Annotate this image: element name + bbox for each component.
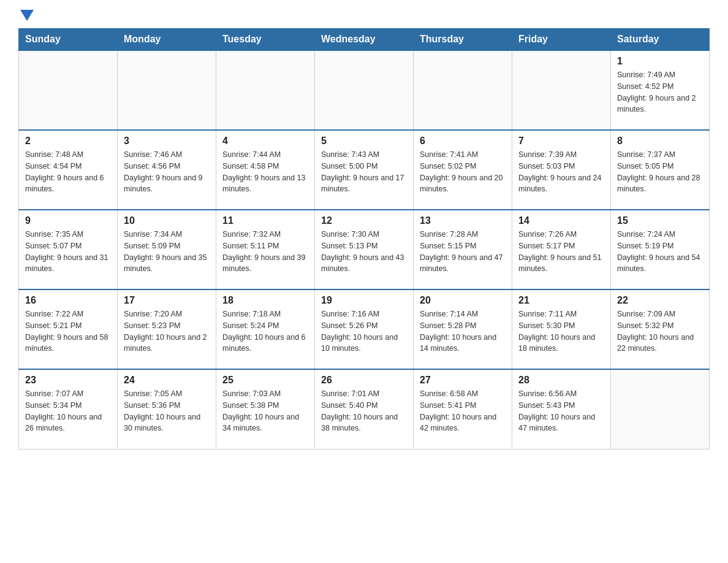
day-info: Sunrise: 7:48 AMSunset: 4:54 PMDaylight:… (25, 149, 111, 195)
calendar-week-row: 1Sunrise: 7:49 AMSunset: 4:52 PMDaylight… (19, 50, 710, 130)
calendar-cell (611, 369, 710, 449)
day-number: 22 (617, 295, 703, 306)
day-number: 16 (25, 295, 111, 306)
calendar-cell: 17Sunrise: 7:20 AMSunset: 5:23 PMDayligh… (118, 289, 216, 369)
calendar-cell (118, 50, 216, 130)
calendar-cell: 19Sunrise: 7:16 AMSunset: 5:26 PMDayligh… (315, 289, 414, 369)
day-info: Sunrise: 7:41 AMSunset: 5:02 PMDaylight:… (420, 149, 506, 195)
calendar-week-row: 16Sunrise: 7:22 AMSunset: 5:21 PMDayligh… (19, 289, 710, 369)
day-info: Sunrise: 7:26 AMSunset: 5:17 PMDaylight:… (518, 229, 604, 275)
calendar-cell: 11Sunrise: 7:32 AMSunset: 5:11 PMDayligh… (216, 210, 315, 289)
calendar-week-row: 23Sunrise: 7:07 AMSunset: 5:34 PMDayligh… (19, 369, 710, 449)
day-number: 15 (617, 215, 703, 226)
day-info: Sunrise: 7:16 AMSunset: 5:26 PMDaylight:… (321, 308, 407, 354)
day-info: Sunrise: 7:37 AMSunset: 5:05 PMDaylight:… (617, 149, 703, 195)
calendar-cell: 16Sunrise: 7:22 AMSunset: 5:21 PMDayligh… (19, 289, 118, 369)
calendar-table: SundayMondayTuesdayWednesdayThursdayFrid… (18, 28, 710, 450)
day-info: Sunrise: 7:24 AMSunset: 5:19 PMDaylight:… (617, 229, 703, 275)
day-number: 21 (518, 295, 604, 306)
calendar-week-row: 2Sunrise: 7:48 AMSunset: 4:54 PMDaylight… (19, 130, 710, 210)
calendar-cell: 13Sunrise: 7:28 AMSunset: 5:15 PMDayligh… (414, 210, 512, 289)
calendar-cell: 24Sunrise: 7:05 AMSunset: 5:36 PMDayligh… (118, 369, 216, 449)
day-number: 9 (25, 215, 111, 226)
day-info: Sunrise: 7:22 AMSunset: 5:21 PMDaylight:… (25, 308, 111, 354)
day-number: 23 (25, 375, 111, 386)
day-number: 18 (222, 295, 308, 306)
calendar-cell: 22Sunrise: 7:09 AMSunset: 5:32 PMDayligh… (611, 289, 710, 369)
svg-marker-0 (20, 10, 34, 21)
day-info: Sunrise: 7:43 AMSunset: 5:00 PMDaylight:… (321, 149, 407, 195)
day-info: Sunrise: 7:14 AMSunset: 5:28 PMDaylight:… (420, 308, 506, 354)
day-number: 7 (518, 136, 604, 147)
day-number: 8 (617, 136, 703, 147)
day-number: 14 (518, 215, 604, 226)
day-info: Sunrise: 7:28 AMSunset: 5:15 PMDaylight:… (420, 229, 506, 275)
calendar-cell: 5Sunrise: 7:43 AMSunset: 5:00 PMDaylight… (315, 130, 414, 210)
day-info: Sunrise: 7:39 AMSunset: 5:03 PMDaylight:… (518, 149, 604, 195)
day-of-week-friday: Friday (512, 29, 611, 51)
day-number: 6 (420, 136, 506, 147)
day-number: 17 (124, 295, 210, 306)
day-number: 27 (420, 375, 506, 386)
calendar-cell: 15Sunrise: 7:24 AMSunset: 5:19 PMDayligh… (611, 210, 710, 289)
calendar-cell: 2Sunrise: 7:48 AMSunset: 4:54 PMDaylight… (19, 130, 118, 210)
calendar-cell: 9Sunrise: 7:35 AMSunset: 5:07 PMDaylight… (19, 210, 118, 289)
day-info: Sunrise: 7:35 AMSunset: 5:07 PMDaylight:… (25, 229, 111, 275)
day-number: 25 (222, 375, 308, 386)
day-number: 20 (420, 295, 506, 306)
day-info: Sunrise: 7:18 AMSunset: 5:24 PMDaylight:… (222, 308, 308, 354)
day-number: 10 (124, 215, 210, 226)
day-info: Sunrise: 6:58 AMSunset: 5:41 PMDaylight:… (420, 388, 506, 434)
page-header (18, 12, 710, 22)
day-info: Sunrise: 7:49 AMSunset: 4:52 PMDaylight:… (617, 69, 703, 115)
calendar-cell: 25Sunrise: 7:03 AMSunset: 5:38 PMDayligh… (216, 369, 315, 449)
day-info: Sunrise: 7:32 AMSunset: 5:11 PMDaylight:… (222, 229, 308, 275)
day-number: 3 (124, 136, 210, 147)
day-info: Sunrise: 7:46 AMSunset: 4:56 PMDaylight:… (124, 149, 210, 195)
day-number: 13 (420, 215, 506, 226)
calendar-cell (19, 50, 118, 130)
calendar-header-row: SundayMondayTuesdayWednesdayThursdayFrid… (19, 29, 710, 51)
day-number: 1 (617, 56, 703, 67)
calendar-cell (216, 50, 315, 130)
day-info: Sunrise: 7:07 AMSunset: 5:34 PMDaylight:… (25, 388, 111, 434)
calendar-cell: 12Sunrise: 7:30 AMSunset: 5:13 PMDayligh… (315, 210, 414, 289)
calendar-cell: 20Sunrise: 7:14 AMSunset: 5:28 PMDayligh… (414, 289, 512, 369)
calendar-week-row: 9Sunrise: 7:35 AMSunset: 5:07 PMDaylight… (19, 210, 710, 289)
day-number: 4 (222, 136, 308, 147)
day-number: 28 (518, 375, 604, 386)
day-number: 26 (321, 375, 407, 386)
logo-arrow-icon (20, 10, 34, 22)
day-number: 5 (321, 136, 407, 147)
day-of-week-wednesday: Wednesday (315, 29, 414, 51)
calendar-cell: 23Sunrise: 7:07 AMSunset: 5:34 PMDayligh… (19, 369, 118, 449)
calendar-cell: 28Sunrise: 6:56 AMSunset: 5:43 PMDayligh… (512, 369, 611, 449)
calendar-cell (414, 50, 512, 130)
day-info: Sunrise: 7:01 AMSunset: 5:40 PMDaylight:… (321, 388, 407, 434)
day-info: Sunrise: 6:56 AMSunset: 5:43 PMDaylight:… (518, 388, 604, 434)
day-number: 19 (321, 295, 407, 306)
day-info: Sunrise: 7:11 AMSunset: 5:30 PMDaylight:… (518, 308, 604, 354)
calendar-cell: 6Sunrise: 7:41 AMSunset: 5:02 PMDaylight… (414, 130, 512, 210)
day-of-week-sunday: Sunday (19, 29, 118, 51)
day-number: 2 (25, 136, 111, 147)
day-of-week-thursday: Thursday (414, 29, 512, 51)
day-info: Sunrise: 7:30 AMSunset: 5:13 PMDaylight:… (321, 229, 407, 275)
day-info: Sunrise: 7:05 AMSunset: 5:36 PMDaylight:… (124, 388, 210, 434)
logo (18, 12, 34, 22)
calendar-cell (512, 50, 611, 130)
calendar-cell: 18Sunrise: 7:18 AMSunset: 5:24 PMDayligh… (216, 289, 315, 369)
calendar-cell: 4Sunrise: 7:44 AMSunset: 4:58 PMDaylight… (216, 130, 315, 210)
day-info: Sunrise: 7:44 AMSunset: 4:58 PMDaylight:… (222, 149, 308, 195)
day-of-week-tuesday: Tuesday (216, 29, 315, 51)
calendar-cell: 10Sunrise: 7:34 AMSunset: 5:09 PMDayligh… (118, 210, 216, 289)
day-info: Sunrise: 7:20 AMSunset: 5:23 PMDaylight:… (124, 308, 210, 354)
calendar-cell: 14Sunrise: 7:26 AMSunset: 5:17 PMDayligh… (512, 210, 611, 289)
day-info: Sunrise: 7:09 AMSunset: 5:32 PMDaylight:… (617, 308, 703, 354)
day-number: 11 (222, 215, 308, 226)
day-of-week-saturday: Saturday (611, 29, 710, 51)
calendar-cell: 8Sunrise: 7:37 AMSunset: 5:05 PMDaylight… (611, 130, 710, 210)
calendar-cell: 26Sunrise: 7:01 AMSunset: 5:40 PMDayligh… (315, 369, 414, 449)
day-info: Sunrise: 7:03 AMSunset: 5:38 PMDaylight:… (222, 388, 308, 434)
calendar-cell: 21Sunrise: 7:11 AMSunset: 5:30 PMDayligh… (512, 289, 611, 369)
